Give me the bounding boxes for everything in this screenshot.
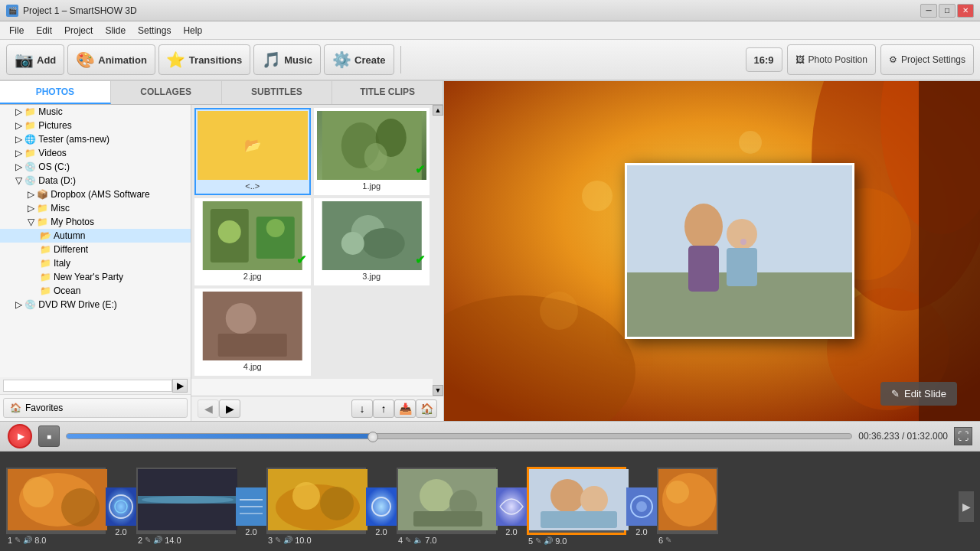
- photo-item-1[interactable]: ✔ 1.jpg: [314, 108, 430, 195]
- transition-svg-3-4: [366, 487, 397, 526]
- stop-button[interactable]: ■: [38, 425, 60, 447]
- slide-image-5: [529, 469, 629, 530]
- prev-button[interactable]: ◀: [198, 399, 219, 418]
- photo-position-button[interactable]: 🖼 Photo Position: [787, 44, 876, 75]
- photo-label-3: 3.jpg: [362, 270, 381, 282]
- slide-duration-1: 8.0: [34, 536, 46, 545]
- slide-info-1: 1 ✎ 🔊 8.0: [6, 534, 106, 546]
- favorites-button[interactable]: 🏠 Favorites: [3, 398, 188, 418]
- menu-settings[interactable]: Settings: [132, 24, 177, 37]
- tab-subtitles[interactable]: SUBTITLES: [222, 81, 333, 104]
- menu-help[interactable]: Help: [177, 24, 208, 37]
- transitions-button[interactable]: ⭐ Transitions: [158, 44, 250, 75]
- slide-info-3: 3 ✎ 🔊 10.0: [266, 534, 366, 546]
- slide-image-2: [138, 469, 237, 530]
- svg-point-33: [740, 239, 746, 245]
- track-next-arrow[interactable]: ▶: [959, 491, 974, 522]
- tree-item-videos[interactable]: ▷ 📁 Videos: [0, 146, 191, 160]
- transition-2-3: 2.0: [236, 476, 266, 538]
- menu-file[interactable]: File: [3, 24, 30, 37]
- maximize-button[interactable]: □: [939, 4, 956, 18]
- photo-item-3[interactable]: ✔ 3.jpg: [314, 198, 430, 285]
- play-button[interactable]: ▶: [8, 424, 32, 448]
- transition-3-4: 2.0: [366, 476, 397, 538]
- close-button[interactable]: ✕: [957, 4, 974, 18]
- menu-edit[interactable]: Edit: [30, 24, 58, 37]
- photo-item-4[interactable]: 4.jpg: [194, 289, 311, 376]
- slide-thumb-2[interactable]: [136, 468, 236, 534]
- tree-item-tester[interactable]: ▷ 🌐 Tester (ams-new): [0, 132, 191, 146]
- transition-info-3-4: 2.0: [366, 526, 397, 538]
- svg-point-69: [666, 481, 689, 504]
- tree-item-dvd[interactable]: ▷ 💿 DVD RW Drive (E:): [0, 298, 191, 311]
- slide-thumb-5[interactable]: [527, 467, 626, 535]
- svg-rect-15: [218, 334, 287, 357]
- tree-item-dropbox[interactable]: ▷ 📦 Dropbox (AMS Software: [0, 187, 191, 201]
- animation-button[interactable]: 🎨 Animation: [67, 44, 155, 75]
- tree-item-osc[interactable]: ▷ 💿 OS (C:): [0, 160, 191, 174]
- svg-rect-32: [727, 248, 757, 286]
- slide-thumb-6[interactable]: [657, 468, 718, 534]
- transition-thumb-5-6[interactable]: [626, 487, 657, 526]
- scroll-down-arrow[interactable]: ▼: [433, 385, 443, 396]
- svg-point-66: [636, 501, 647, 512]
- transition-thumb-1-2[interactable]: [106, 487, 136, 526]
- slide-num-2: 2: [138, 536, 142, 545]
- photo-back-folder[interactable]: 📂 <..>: [194, 108, 311, 195]
- slide-thumb-4[interactable]: [397, 468, 496, 534]
- edit-slide-button[interactable]: ✎ Edit Slide: [880, 382, 957, 406]
- add-selected-button[interactable]: 📥: [394, 399, 416, 418]
- fullscreen-button[interactable]: ⛶: [954, 427, 972, 445]
- svg-point-43: [142, 496, 234, 504]
- project-settings-icon: ⚙: [889, 54, 897, 65]
- music-label: Music: [284, 54, 312, 66]
- transition-thumb-3-4[interactable]: [366, 487, 397, 526]
- menu-slide[interactable]: Slide: [99, 24, 132, 37]
- tree-item-newyear[interactable]: 📁 New Year's Party: [0, 270, 191, 284]
- tree-item-ocean[interactable]: 📁 Ocean: [0, 284, 191, 298]
- trans-dur-3-4: 2.0: [375, 527, 387, 536]
- progress-knob[interactable]: [368, 432, 378, 442]
- upload-button[interactable]: ↑: [373, 399, 394, 418]
- tree-item-myphotos[interactable]: ▽ 📁 My Photos: [0, 215, 191, 229]
- fullscreen-icon: ⛶: [958, 430, 969, 442]
- transition-4-5: 2.0: [496, 476, 527, 538]
- tree-item-misc[interactable]: ▷ 📁 Misc: [0, 201, 191, 215]
- tree-item-pictures[interactable]: ▷ 📁 Pictures: [0, 119, 191, 132]
- path-input[interactable]: [3, 380, 172, 392]
- add-button[interactable]: 📷 Add: [6, 44, 64, 75]
- photo-item-2[interactable]: ✔ 2.jpg: [194, 198, 311, 285]
- music-button[interactable]: 🎵 Music: [253, 44, 321, 75]
- slide-thumb-1[interactable]: [6, 468, 106, 534]
- tree-item-datad[interactable]: ▽ 💿 Data (D:): [0, 174, 191, 187]
- edit-icon: ✎: [891, 388, 900, 399]
- next-button[interactable]: ▶: [219, 399, 240, 418]
- favorites-label: Favorites: [25, 403, 63, 413]
- transition-thumb-2-3[interactable]: [236, 487, 266, 526]
- download-button[interactable]: ↓: [351, 399, 373, 418]
- trans-dur-2-3: 2.0: [245, 527, 256, 536]
- tree-item-different[interactable]: 📁 Different: [0, 243, 191, 256]
- tree-item-music[interactable]: ▷ 📁 Music: [0, 105, 191, 119]
- progress-bar[interactable]: [66, 433, 852, 439]
- tab-title-clips[interactable]: TITLE CLIPS: [332, 81, 443, 104]
- create-button[interactable]: ⚙️ Create: [324, 44, 394, 75]
- tree-item-autumn[interactable]: 📂 Autumn: [0, 229, 191, 243]
- tab-collages[interactable]: COLLAGES: [111, 81, 222, 104]
- transitions-label: Transitions: [189, 54, 242, 66]
- animation-icon: 🎨: [76, 51, 94, 69]
- add-all-button[interactable]: 🏠: [416, 399, 437, 418]
- slide-duration-3: 10.0: [295, 536, 311, 545]
- tree-item-italy[interactable]: 📁 Italy: [0, 256, 191, 270]
- svg-point-8: [266, 219, 285, 237]
- tab-photos[interactable]: PHOTOS: [0, 81, 111, 104]
- minimize-button[interactable]: ─: [920, 4, 937, 18]
- project-settings-button[interactable]: ⚙ Project Settings: [880, 44, 974, 75]
- scroll-up-arrow[interactable]: ▲: [433, 105, 443, 116]
- slide-image-3: [268, 469, 368, 530]
- slide-thumb-3[interactable]: [266, 468, 366, 534]
- transition-thumb-4-5[interactable]: [496, 487, 527, 526]
- tree-nav-arrow[interactable]: ▶: [172, 379, 188, 393]
- aspect-ratio-button[interactable]: 16:9: [746, 47, 782, 72]
- menu-project[interactable]: Project: [58, 24, 99, 37]
